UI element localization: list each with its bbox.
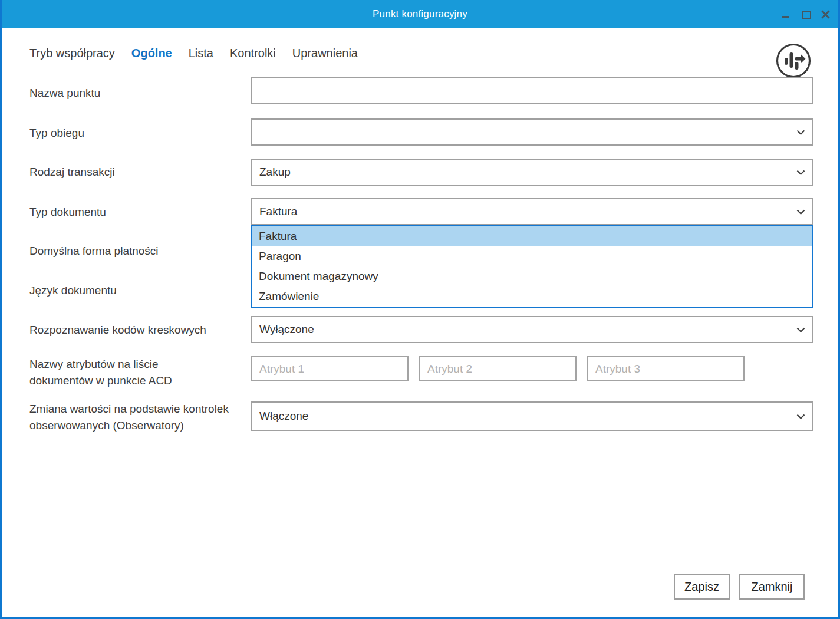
tab-bar: Tryb współpracy Ogólne Lista Kontrolki U…	[29, 47, 358, 60]
typ-dokumentu-value: Faktura	[252, 205, 796, 218]
tab-ogolne[interactable]: Ogólne	[131, 47, 172, 60]
label-nazwa-punktu: Nazwa punktu	[29, 85, 265, 101]
rodzaj-transakcji-value: Zakup	[252, 166, 796, 179]
label-typ-dokumentu: Typ dokumentu	[29, 204, 265, 220]
atrybut-2-input[interactable]	[420, 357, 575, 380]
label-typ-obiegu: Typ obiegu	[29, 125, 265, 141]
typ-dokumentu-select[interactable]: Faktura	[251, 198, 813, 225]
rozpoznawanie-kodow-select[interactable]: Wyłączone	[251, 316, 813, 343]
chevron-down-icon	[796, 209, 805, 215]
dropdown-option-dokument-magazynowy[interactable]: Dokument magazynowy	[252, 266, 812, 287]
nazwa-punktu-field-frame	[251, 77, 813, 104]
tab-tryb-wspolpracy[interactable]: Tryb współpracy	[29, 47, 115, 60]
close-button[interactable]: Zamknij	[739, 574, 805, 600]
nazwa-punktu-input[interactable]	[252, 78, 812, 103]
tab-kontrolki[interactable]: Kontrolki	[230, 47, 276, 60]
save-button[interactable]: Zapisz	[674, 574, 730, 600]
zmiana-wartosci-value: Włączone	[252, 410, 796, 423]
dialog-window: Punkt konfiguracyjny Tryb współpracy Ogó…	[0, 0, 840, 619]
label-zmiana-wartosci: Zmiana wartości na podstawie kontrolek o…	[29, 401, 265, 434]
window-title: Punkt konfiguracyjny	[373, 8, 467, 20]
chevron-down-icon	[796, 327, 805, 332]
chevron-down-icon	[796, 170, 805, 175]
label-rozpoznawanie-kodow: Rozpoznawanie kodów kreskowych	[29, 322, 265, 338]
close-icon[interactable]	[821, 9, 831, 19]
rozpoznawanie-kodow-value: Wyłączone	[252, 323, 796, 336]
label-domyslna-forma-platnosci: Domyślna forma płatności	[29, 243, 265, 259]
atrybut-2-field-frame	[419, 356, 577, 381]
window-controls	[781, 0, 831, 28]
dropdown-option-paragon[interactable]: Paragon	[252, 246, 812, 266]
atrybut-3-field-frame	[587, 356, 745, 381]
atrybut-1-input[interactable]	[252, 357, 407, 380]
titlebar[interactable]: Punkt konfiguracyjny	[0, 0, 840, 28]
label-jezyk-dokumentu: Język dokumentu	[29, 282, 265, 299]
typ-dokumentu-dropdown-list: Faktura Paragon Dokument magazynowy Zamó…	[251, 225, 813, 308]
maximize-icon[interactable]	[801, 9, 811, 19]
atrybut-1-field-frame	[251, 356, 409, 381]
atrybut-3-input[interactable]	[588, 357, 743, 380]
chevron-down-icon	[796, 414, 805, 419]
tab-lista[interactable]: Lista	[189, 47, 213, 60]
typ-obiegu-select[interactable]	[251, 118, 813, 146]
tab-uprawnienia[interactable]: Uprawnienia	[292, 47, 358, 60]
dropdown-option-zamowienie[interactable]: Zamówienie	[252, 287, 812, 307]
chevron-down-icon	[796, 130, 805, 135]
zmiana-wartosci-select[interactable]: Włączone	[251, 401, 813, 431]
label-rodzaj-transakcji: Rodzaj transakcji	[29, 164, 265, 180]
dropdown-option-faktura[interactable]: Faktura	[252, 226, 812, 246]
process-point-icon[interactable]	[775, 42, 812, 79]
rodzaj-transakcji-select[interactable]: Zakup	[251, 159, 813, 186]
label-nazwy-atrybutow: Nazwy atrybutów na liście dokumentów w p…	[29, 356, 265, 389]
minimize-icon[interactable]	[781, 9, 790, 19]
